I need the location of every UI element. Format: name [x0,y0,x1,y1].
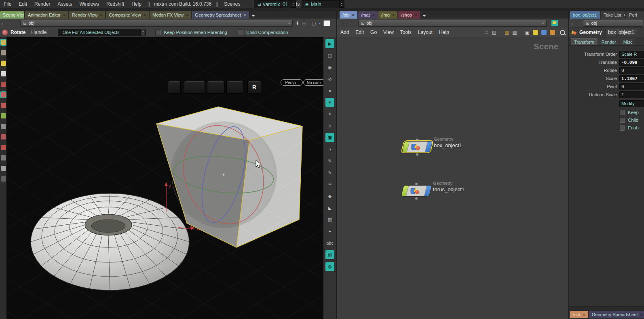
shelf-tool[interactable] [1,124,6,129]
shelf-tool[interactable] [1,82,6,87]
back-icon[interactable]: ← [0,20,6,26]
folder-tab-transform[interactable]: Transform [571,38,598,45]
tab-img[interactable]: /img× [378,11,397,19]
shelf-tool[interactable] [1,155,6,161]
color-grid-icon[interactable]: ▦ [505,30,509,35]
close-icon[interactable]: × [583,312,585,317]
rotate-field[interactable]: 0 [619,67,644,74]
viewport-3d[interactable]: y x z R Persp - No cam - [6,37,323,319]
shelf-tool[interactable] [1,61,6,66]
child-compensation-checkbox[interactable] [619,117,625,123]
main-workspace-tab[interactable]: ◉ Main [302,0,344,8]
tab-render-view[interactable]: Render View× [69,11,105,19]
color-swatch[interactable] [323,20,330,26]
target-icon[interactable]: ◎ [302,21,306,26]
hq-lighting-icon[interactable]: ☼ [325,121,334,130]
menu-windows[interactable]: Windows [76,1,103,7]
tab-geometry-spreadsheet[interactable]: Geometry Spreadsheet× [589,311,644,318]
handle-label[interactable]: Handle [31,30,46,35]
shelf-tool[interactable] [1,176,6,182]
scale-field[interactable]: 1.1867 [619,75,644,82]
cube-icon[interactable]: ▢ [312,21,316,26]
tab-animation-editor[interactable]: Animation Editor× [25,11,68,19]
menu-assets[interactable]: Assets [54,1,76,7]
close-icon[interactable]: × [63,13,65,17]
shelf-tool[interactable] [1,145,6,150]
close-icon[interactable]: × [372,13,375,17]
node-box-object1[interactable]: Geometry box_object1 [402,139,507,156]
snapshot-icon[interactable]: ▢ [325,51,334,60]
net-menu-go[interactable]: Go [367,30,380,35]
shelf-tool[interactable] [1,40,6,45]
modify-pretransform-button[interactable]: Modify [619,100,644,107]
render-flag[interactable] [425,142,432,152]
lock-icon[interactable]: ◉ [325,63,334,72]
output-connector[interactable] [416,153,419,156]
shelf-tool[interactable] [1,103,6,108]
tab-out[interactable]: /out× [570,311,588,318]
headlight-icon[interactable]: ☀ [325,98,334,107]
node-torus-object1[interactable]: Geometry torus_object1 [401,183,507,201]
frame-count-icon[interactable]: ¹² [325,180,334,189]
dot-icon[interactable]: ● [319,21,321,25]
pin-icon[interactable]: ✚ [296,21,299,26]
spinner-icon[interactable]: ▴▾ [140,29,145,36]
net-menu-edit[interactable]: Edit [352,30,367,35]
list-view-icon[interactable]: ▤ [492,30,496,35]
back-icon[interactable]: ← [570,20,576,26]
menu-file[interactable]: File [0,1,15,7]
close-icon[interactable]: × [599,13,600,17]
net-menu-add[interactable]: Add [337,30,352,35]
scenes-menu[interactable]: Scenes [220,1,244,7]
tab-composite-view[interactable]: Composite View× [106,11,149,19]
new-tab-button[interactable]: + [250,13,257,19]
shelf-tool[interactable] [1,92,6,97]
tab-geometry-spreadsheet[interactable]: Geometry Spreadsheet× [192,11,249,19]
material-sphere-icon[interactable]: ● [325,86,334,95]
tab-performance[interactable]: Perf [626,11,644,19]
tab-mat[interactable]: /mat× [358,11,378,19]
menu-render[interactable]: Render [31,1,54,7]
close-icon[interactable]: × [144,13,146,17]
close-icon[interactable]: × [186,13,188,17]
menu-redshift[interactable]: Redshift [103,1,128,7]
rotate-tool-icon[interactable] [2,30,8,36]
pin-bulb-icon[interactable]: ◎ [325,262,334,271]
origin-axes-icon[interactable]: + [325,227,334,236]
shelf-tool[interactable] [1,166,6,171]
child-compensation-checkbox[interactable] [238,30,243,35]
folder-tab-render[interactable]: Render [598,38,619,45]
transform-order-dropdown[interactable]: Scale R [619,51,644,58]
render-flag[interactable] [424,186,431,196]
workspace-spinner[interactable]: ▴▾ [339,1,344,8]
network-canvas[interactable]: Scene Geometry box_object1 Geometry toru… [337,37,568,319]
folder-tab-misc[interactable]: Misc [620,38,636,45]
tab-take-list[interactable]: Take List× [601,11,625,19]
lighting-icon[interactable]: ☀ [325,110,334,118]
tab-box-object1[interactable]: box_object1× [570,11,600,19]
menu-edit[interactable]: Edit [15,1,31,7]
persp-view-button[interactable]: Persp - [281,79,303,86]
net-menu-help[interactable]: Help [436,30,452,35]
shelf-tool[interactable] [1,71,6,76]
desktop-tab[interactable]: ⊟ varomix_01 [254,0,296,8]
scene-path-combo[interactable]: ⊞ obj ▾ [20,20,293,27]
smooth-shade-icon[interactable]: ◑ [325,145,334,154]
network-path-combo[interactable]: ⊞ obj ▾ [358,20,547,27]
param-path-combo[interactable]: ⊞ obj [583,20,643,27]
pivot-field[interactable]: 0 [619,83,644,90]
desktop-tab-spinner[interactable]: ▴▾ [291,1,296,8]
toolbox-icon[interactable] [550,30,555,35]
display-flag[interactable] [402,142,410,152]
display-flag[interactable] [401,186,409,196]
select-mode-icon[interactable]: ▶ [325,39,334,48]
close-icon[interactable]: × [624,13,625,17]
new-tab-button[interactable]: + [421,13,428,19]
output-connector[interactable] [415,197,418,200]
background-image-icon[interactable] [541,30,547,35]
camera-select-button[interactable]: No cam - [303,79,323,86]
close-icon[interactable]: × [414,13,417,17]
tab-obj[interactable]: /obj× [340,11,357,19]
tab-scene-view[interactable]: Scene View× [0,11,24,19]
shelf-tool[interactable] [1,50,6,55]
